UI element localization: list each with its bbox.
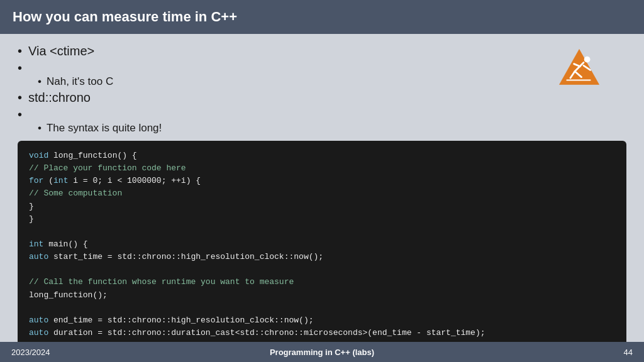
bullet-ctime: Via <ctime> xyxy=(18,44,557,58)
bullet-chrono-text: std::chrono xyxy=(28,90,91,105)
sub-bullet-chrono-text: The syntax is quite long! xyxy=(38,122,557,134)
code-line-5: } xyxy=(29,200,615,213)
svg-point-1 xyxy=(584,57,591,63)
sub-bullet-ctime: Nah, it's too C xyxy=(18,61,557,88)
code-line-6: } xyxy=(29,213,615,226)
code-block: void long_function() { // Place your fun… xyxy=(18,141,626,362)
code-line-4: // Some computation xyxy=(29,187,615,200)
warning-icon xyxy=(557,44,626,90)
top-row: Via <ctime> Nah, it's too C std::chrono … xyxy=(18,44,626,141)
main-content: Via <ctime> Nah, it's too C std::chrono … xyxy=(0,34,644,362)
code-line-1: void long_function() { xyxy=(29,150,615,162)
footer-center: Programming in C++ (labs) xyxy=(270,348,374,357)
sub-bullet-ctime-text: Nah, it's too C xyxy=(38,75,557,88)
slide-header: How you can measure time in C++ xyxy=(0,0,644,34)
code-line-9: // Call the function whose runtime you w… xyxy=(29,276,615,288)
code-line-blank1 xyxy=(29,226,615,238)
bullet-list: Via <ctime> Nah, it's too C std::chrono … xyxy=(18,44,557,134)
sub-bullet-chrono: The syntax is quite long! xyxy=(18,107,557,134)
bullet-ctime-text: Via <ctime> xyxy=(28,44,94,58)
code-line-blank2 xyxy=(29,263,615,276)
code-line-12: auto duration = std::chrono::duration_ca… xyxy=(29,327,615,339)
code-line-2: // Place your function code here xyxy=(29,162,615,175)
bullet-chrono: std::chrono xyxy=(18,90,557,105)
bullets-section: Via <ctime> Nah, it's too C std::chrono … xyxy=(18,44,557,141)
code-line-7: int main() { xyxy=(29,238,615,251)
slide-footer: 2023/2024 Programming in C++ (labs) 44 xyxy=(0,342,644,362)
code-line-3: for (int i = 0; i < 1000000; ++i) { xyxy=(29,175,615,187)
footer-right: 44 xyxy=(624,348,633,357)
header-title: How you can measure time in C++ xyxy=(13,9,237,25)
footer-left: 2023/2024 xyxy=(11,348,50,357)
code-line-8: auto start_time = std::chrono::high_reso… xyxy=(29,251,615,263)
code-line-blank3 xyxy=(29,302,615,314)
code-line-10: long_function(); xyxy=(29,289,615,302)
code-line-11: auto end_time = std::chrono::high_resolu… xyxy=(29,314,615,327)
